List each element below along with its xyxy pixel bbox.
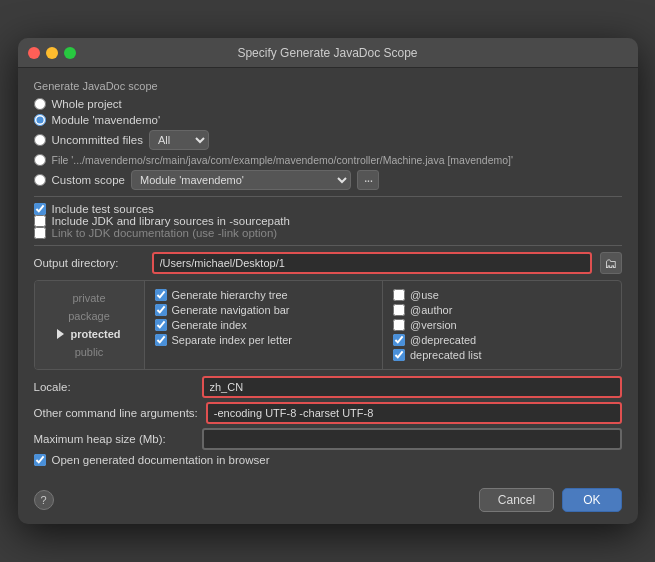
radio-module-row: Module 'mavendemo': [34, 114, 622, 126]
radio-module[interactable]: [34, 114, 46, 126]
heap-input[interactable]: [202, 428, 622, 450]
maximize-button[interactable]: [64, 47, 76, 59]
output-dir-label: Output directory:: [34, 257, 144, 269]
opt-separate-check[interactable]: [155, 334, 167, 346]
uncommitted-select[interactable]: All: [149, 130, 209, 150]
window-controls: [28, 47, 76, 59]
dialog-title: Specify Generate JavaDoc Scope: [237, 46, 417, 60]
close-button[interactable]: [28, 47, 40, 59]
locale-row: Locale:: [34, 376, 622, 398]
radio-file-row: File '.../mavendemo/src/main/java/com/ex…: [34, 154, 622, 166]
opt-version-row: @version: [393, 319, 611, 331]
radio-custom-label: Custom scope: [52, 174, 126, 186]
checkbox-include-test-label: Include test sources: [52, 203, 154, 215]
radio-whole-project-label: Whole project: [52, 98, 122, 110]
heap-row: Maximum heap size (Mb):: [34, 428, 622, 450]
locale-input[interactable]: [202, 376, 622, 398]
opt-navbar-label: Generate navigation bar: [172, 304, 290, 316]
checkbox-include-test[interactable]: [34, 203, 46, 215]
opt-separate-row: Separate index per letter: [155, 334, 373, 346]
radio-file-label: File '.../mavendemo/src/main/java/com/ex…: [52, 154, 514, 166]
locale-label: Locale:: [34, 381, 194, 393]
opt-hierarchy-label: Generate hierarchy tree: [172, 289, 288, 301]
opt-index-row: Generate index: [155, 319, 373, 331]
radio-file[interactable]: [34, 154, 46, 166]
opt-deprecated-label: @deprecated: [410, 334, 476, 346]
footer-buttons: Cancel OK: [479, 488, 622, 512]
scope-protected-label: protected: [70, 328, 120, 340]
open-doc-label: Open generated documentation in browser: [52, 454, 270, 466]
radio-custom[interactable]: [34, 174, 46, 186]
cancel-button[interactable]: Cancel: [479, 488, 554, 512]
scope-protected[interactable]: protected: [39, 326, 140, 342]
options-section: private package protected public Generat…: [34, 280, 622, 370]
opt-deprecated-list-row: deprecated list: [393, 349, 611, 361]
options-mid: Generate hierarchy tree Generate navigat…: [145, 281, 383, 369]
opt-navbar-check[interactable]: [155, 304, 167, 316]
opt-index-label: Generate index: [172, 319, 247, 331]
opt-version-label: @version: [410, 319, 457, 331]
opt-deprecated-list-label: deprecated list: [410, 349, 482, 361]
checkbox-include-test-row: Include test sources: [34, 203, 622, 215]
checkbox-link-jdk-label: Link to JDK documentation (use -link opt…: [52, 227, 278, 239]
ok-button[interactable]: OK: [562, 488, 621, 512]
radio-whole-project[interactable]: [34, 98, 46, 110]
opt-separate-label: Separate index per letter: [172, 334, 292, 346]
opt-version-check[interactable]: [393, 319, 405, 331]
folder-browse-button[interactable]: 🗂: [600, 252, 622, 274]
cmd-label: Other command line arguments:: [34, 407, 198, 419]
opt-hierarchy-row: Generate hierarchy tree: [155, 289, 373, 301]
opt-deprecated-check[interactable]: [393, 334, 405, 346]
radio-uncommitted[interactable]: [34, 134, 46, 146]
checkbox-include-jdk[interactable]: [34, 215, 46, 227]
titlebar: Specify Generate JavaDoc Scope: [18, 38, 638, 68]
opt-navbar-row: Generate navigation bar: [155, 304, 373, 316]
custom-scope-select[interactable]: Module 'mavendemo': [131, 170, 351, 190]
cmd-input[interactable]: [206, 402, 622, 424]
radio-custom-row: Custom scope Module 'mavendemo' ···: [34, 170, 622, 190]
scope-package[interactable]: package: [39, 308, 140, 324]
dialog-body: Generate JavaDoc scope Whole project Mod…: [18, 68, 638, 480]
open-doc-row: Open generated documentation in browser: [34, 454, 622, 466]
custom-scope-more-button[interactable]: ···: [357, 170, 379, 190]
options-right: @use @author @version @deprecated deprec…: [382, 281, 621, 369]
open-doc-check[interactable]: [34, 454, 46, 466]
checkbox-link-jdk-row: Link to JDK documentation (use -link opt…: [34, 227, 622, 239]
checkbox-include-jdk-row: Include JDK and library sources in -sour…: [34, 215, 622, 227]
checkbox-link-jdk[interactable]: [34, 227, 46, 239]
separator-1: [34, 196, 622, 197]
checkbox-include-jdk-label: Include JDK and library sources in -sour…: [52, 215, 290, 227]
dialog: Specify Generate JavaDoc Scope Generate …: [18, 38, 638, 524]
section-label: Generate JavaDoc scope: [34, 80, 622, 92]
cmd-row: Other command line arguments:: [34, 402, 622, 424]
help-button[interactable]: ?: [34, 490, 54, 510]
opt-author-check[interactable]: [393, 304, 405, 316]
opt-deprecated-list-check[interactable]: [393, 349, 405, 361]
minimize-button[interactable]: [46, 47, 58, 59]
opt-author-label: @author: [410, 304, 452, 316]
scope-private[interactable]: private: [39, 290, 140, 306]
opt-use-check[interactable]: [393, 289, 405, 301]
scope-triangle-icon: [57, 329, 64, 339]
dialog-footer: ? Cancel OK: [18, 480, 638, 524]
opt-author-row: @author: [393, 304, 611, 316]
scope-public[interactable]: public: [39, 344, 140, 360]
opt-hierarchy-check[interactable]: [155, 289, 167, 301]
opt-deprecated-row: @deprecated: [393, 334, 611, 346]
opt-index-check[interactable]: [155, 319, 167, 331]
radio-whole-project-row: Whole project: [34, 98, 622, 110]
opt-use-label: @use: [410, 289, 439, 301]
output-dir-row: Output directory: 🗂: [34, 252, 622, 274]
radio-module-label: Module 'mavendemo': [52, 114, 161, 126]
radio-uncommitted-row: Uncommitted files All: [34, 130, 622, 150]
heap-label: Maximum heap size (Mb):: [34, 433, 194, 445]
scope-radio-group: Whole project Module 'mavendemo' Uncommi…: [34, 98, 622, 190]
scope-panel: private package protected public: [35, 281, 145, 369]
radio-uncommitted-label: Uncommitted files: [52, 134, 143, 146]
separator-2: [34, 245, 622, 246]
output-dir-input[interactable]: [152, 252, 592, 274]
opt-use-row: @use: [393, 289, 611, 301]
